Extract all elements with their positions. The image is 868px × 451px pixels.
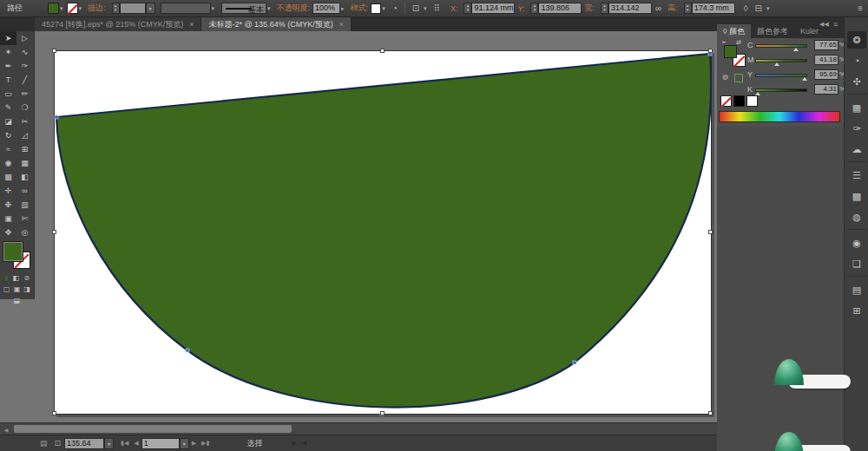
style-swatch[interactable] <box>371 3 381 14</box>
height-field[interactable]: 174.3 mm <box>692 3 735 14</box>
x-stepper[interactable]: ▴▾ <box>464 3 471 14</box>
bounding-box-handle[interactable] <box>708 230 713 234</box>
draw-behind-mode[interactable]: ▣ <box>14 285 21 293</box>
variable-width-profile-dropdown[interactable] <box>161 3 211 14</box>
bounding-box-handle[interactable] <box>52 49 56 53</box>
draw-inside-mode[interactable]: ◨ <box>23 285 30 293</box>
channel-value-field[interactable]: 77.65 <box>814 40 838 50</box>
brush-caret-icon[interactable]: ▾ <box>267 5 271 12</box>
prev-artboard-icon[interactable]: ◀ <box>134 440 138 447</box>
more-options-caret[interactable]: ▾ <box>766 5 770 12</box>
brush-definition-dropdown[interactable]: 基本 <box>221 3 266 14</box>
zoom-tool[interactable]: ◎ <box>16 226 33 239</box>
lasso-tool[interactable]: ∿ <box>16 45 33 59</box>
horizontal-scroll-thumb[interactable] <box>14 425 292 433</box>
none-button[interactable]: ⊘ <box>24 274 30 282</box>
bounding-box-handle[interactable] <box>52 411 56 415</box>
artboard-tool[interactable]: ▣ <box>0 212 16 226</box>
color-guide-icon[interactable]: ◔ <box>847 52 866 69</box>
layers-icon[interactable]: ▤ <box>847 281 866 298</box>
width-tool[interactable]: ≈ <box>0 142 16 156</box>
artboard-caret[interactable]: ▾ <box>180 438 189 449</box>
style-caret-icon[interactable]: ▾ <box>382 5 385 12</box>
pen-tool[interactable]: ✒ <box>0 59 16 73</box>
anchor-point[interactable] <box>55 115 58 119</box>
selection-tool[interactable]: ➤ <box>0 31 16 45</box>
constrain-proportions-icon[interactable]: ∞ <box>655 3 661 13</box>
opacity-field[interactable]: 100% <box>312 3 340 14</box>
workspace-icon[interactable]: ▤ <box>40 439 48 448</box>
slider-track[interactable] <box>755 74 807 77</box>
color-button[interactable]: ▮ <box>4 274 8 282</box>
bounding-box-handle[interactable] <box>52 230 56 234</box>
symbols-icon[interactable]: ☁ <box>847 141 866 158</box>
next-artboard-icon[interactable]: ▶ <box>192 440 196 447</box>
perspective-grid-tool[interactable]: ▦ <box>16 156 33 170</box>
channel-value-field[interactable]: 95.69 <box>814 69 838 80</box>
first-artboard-icon[interactable]: ▮◀ <box>121 440 128 447</box>
document-tab-0[interactable]: 45274 [转换].eps* @ 215% (CMYK/预览)× <box>35 17 201 31</box>
pencil-tool[interactable]: ✎ <box>0 101 16 114</box>
black-swatch[interactable] <box>733 95 745 107</box>
symbol-sprayer-tool[interactable]: ❉ <box>0 198 16 212</box>
collapse-control-bar-icon[interactable]: ≡ <box>858 3 863 13</box>
slider-track[interactable] <box>755 88 807 92</box>
scroll-left-icon[interactable]: ◀ <box>2 427 10 433</box>
gradient-tool[interactable]: ◧ <box>16 170 33 184</box>
bounding-box-handle[interactable] <box>708 411 713 415</box>
panel-menu-icon[interactable]: ≡ <box>833 20 838 29</box>
last-artboard-icon[interactable]: ▶▮ <box>201 440 209 447</box>
graphic-styles-icon[interactable]: ❏ <box>847 255 866 272</box>
profile-caret-icon[interactable]: ▾ <box>212 5 215 12</box>
bounding-box-handle[interactable] <box>380 49 385 53</box>
panel-tab-color[interactable]: ◊ 颜色 <box>717 24 751 38</box>
rotate-tool[interactable]: ↻ <box>0 128 16 142</box>
scale-tool[interactable]: ◿ <box>16 128 33 142</box>
canvas-area[interactable] <box>0 31 835 422</box>
stroke-caret-icon[interactable]: ▾ <box>79 5 82 12</box>
shape-builder-tool[interactable]: ◉ <box>0 156 16 170</box>
blend-tool[interactable]: ∞ <box>16 184 33 198</box>
artboards-icon[interactable]: ⊞ <box>847 302 866 319</box>
fill-color-swatch[interactable] <box>48 3 59 14</box>
slider-marker[interactable] <box>802 77 807 81</box>
select-similar-caret[interactable]: ▾ <box>424 5 427 12</box>
slice-tool[interactable]: ✄ <box>16 212 33 226</box>
channel-value-field[interactable]: 4.31 <box>814 84 838 95</box>
color-spectrum-bar[interactable] <box>719 111 840 122</box>
channel-value-field[interactable]: 41.18 <box>814 55 838 65</box>
slider-marker[interactable] <box>793 48 799 51</box>
brushes-icon[interactable]: ✑ <box>847 120 866 137</box>
swatches-icon[interactable]: ▦ <box>847 99 866 116</box>
status-collapse-icon[interactable]: ◀ <box>302 440 306 447</box>
height-stepper[interactable]: ▴▾ <box>684 3 692 14</box>
y-stepper[interactable]: ▴▾ <box>530 3 538 14</box>
gradient-button[interactable]: ◧ <box>13 274 20 282</box>
width-field[interactable]: 314.142 <box>608 3 652 14</box>
panel-tab-color-guide[interactable]: 颜色参考 <box>751 24 794 38</box>
mesh-tool[interactable]: ▩ <box>0 170 16 184</box>
none-swatch[interactable] <box>720 95 732 107</box>
appearance-icon[interactable]: ◉ <box>847 234 866 252</box>
document-tab-1[interactable]: 未标题-2* @ 135.64% (CMYK/预览)× <box>201 17 351 31</box>
curvature-tool[interactable]: ✑ <box>16 59 33 73</box>
scissors-tool[interactable]: ✂ <box>16 114 33 128</box>
screen-mode-button[interactable]: ⬓ <box>14 297 21 304</box>
slider-track[interactable] <box>755 44 807 48</box>
y-field[interactable]: 139.806 <box>538 3 582 14</box>
line-segment-tool[interactable]: ╱ <box>16 73 33 87</box>
width-stepper[interactable]: ▴▾ <box>601 3 608 14</box>
horizontal-scrollbar[interactable]: ◀ ▶ <box>0 422 835 435</box>
column-graph-tool[interactable]: ▥ <box>16 198 33 212</box>
stroke-color-swatch[interactable] <box>67 3 78 14</box>
stroke-weight-caret[interactable]: ▾ <box>146 3 155 14</box>
eraser-tool[interactable]: ◪ <box>0 114 16 128</box>
rectangle-tool[interactable]: ▭ <box>0 87 16 101</box>
direct-selection-tool[interactable]: ▷ <box>16 31 33 45</box>
recolor-artwork-icon[interactable]: ◔ <box>392 3 398 13</box>
blob-brush-tool[interactable]: ❍ <box>16 101 33 114</box>
fill-caret-icon[interactable]: ▾ <box>60 5 63 12</box>
slider-track[interactable] <box>755 59 807 62</box>
zoom-level-caret[interactable]: ▾ <box>104 438 114 449</box>
color-panel-icon[interactable]: ❂ <box>847 31 866 49</box>
